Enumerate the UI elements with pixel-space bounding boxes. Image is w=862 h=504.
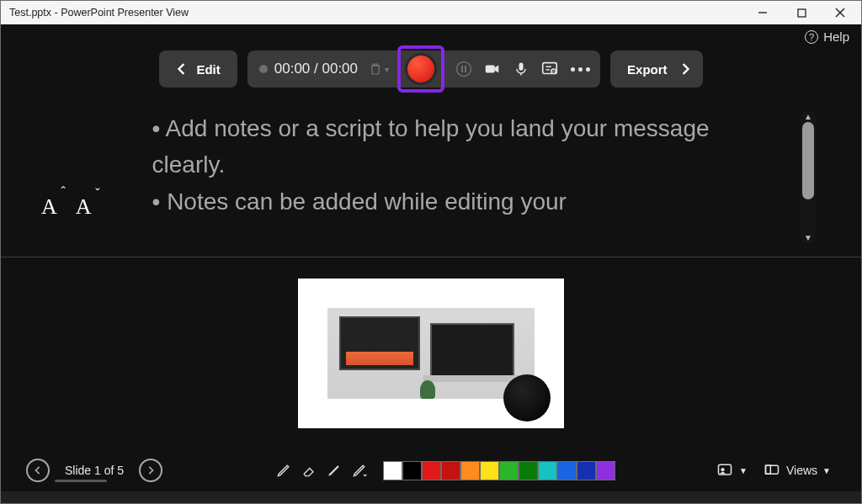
teleprompter-icon bbox=[540, 60, 559, 78]
current-slide-thumbnail[interactable] bbox=[298, 279, 564, 428]
more-options-button[interactable] bbox=[571, 67, 590, 72]
color-swatch[interactable] bbox=[383, 461, 402, 480]
color-swatch[interactable] bbox=[441, 461, 460, 480]
svg-rect-8 bbox=[519, 63, 524, 71]
export-label: Export bbox=[627, 62, 668, 77]
chevron-right-icon bbox=[679, 63, 691, 75]
pen-dropdown-icon[interactable] bbox=[351, 462, 368, 479]
color-swatch[interactable] bbox=[557, 461, 577, 480]
svg-rect-7 bbox=[486, 65, 495, 72]
close-button[interactable] bbox=[821, 1, 859, 24]
record-button-highlight bbox=[397, 45, 444, 93]
notes-line: • Add notes or a script to help you land… bbox=[152, 110, 782, 183]
microphone-icon bbox=[513, 61, 529, 77]
timer-display: 00:00 / 00:00 bbox=[259, 61, 358, 77]
chevron-left-icon bbox=[34, 466, 42, 475]
pause-button[interactable] bbox=[453, 58, 475, 80]
svg-rect-6 bbox=[465, 66, 466, 72]
app-body: ? Help Edit 00:00 / 00:00 ▾ bbox=[1, 24, 861, 503]
color-swatch[interactable] bbox=[519, 461, 538, 480]
help-button[interactable]: ? Help bbox=[805, 29, 849, 44]
slide-preview-area bbox=[1, 257, 861, 449]
slide-image bbox=[327, 308, 535, 399]
help-label: Help bbox=[823, 29, 849, 44]
svg-rect-17 bbox=[766, 465, 771, 474]
edit-button[interactable]: Edit bbox=[159, 50, 237, 88]
views-icon bbox=[763, 461, 781, 480]
window-title: Test.pptx - PowerPoint Presenter View bbox=[9, 7, 189, 19]
svg-rect-5 bbox=[461, 66, 463, 72]
teleprompter-button[interactable] bbox=[539, 58, 561, 80]
scroll-down-arrow: ▼ bbox=[804, 233, 812, 243]
dots-icon bbox=[571, 67, 575, 72]
app-window: Test.pptx - PowerPoint Presenter View ? … bbox=[0, 0, 862, 504]
camera-preview-circle[interactable] bbox=[503, 374, 551, 422]
chevron-down-icon: ▼ bbox=[739, 466, 748, 475]
decrease-font-button[interactable]: A bbox=[76, 194, 92, 220]
recording-toolbar: Edit 00:00 / 00:00 ▾ bbox=[1, 48, 861, 90]
camera-toggle[interactable] bbox=[482, 58, 503, 80]
highlighter-icon[interactable] bbox=[326, 462, 343, 479]
bottom-margin bbox=[1, 491, 861, 503]
notes-text[interactable]: • Add notes or a script to help you land… bbox=[102, 110, 790, 220]
color-swatch[interactable] bbox=[499, 461, 519, 480]
previous-slide-button[interactable] bbox=[26, 459, 50, 482]
bottom-toolbar: Slide 1 of 5 ▼ bbox=[1, 449, 861, 491]
slide-counter: Slide 1 of 5 bbox=[61, 464, 127, 477]
ink-tools bbox=[275, 461, 615, 480]
chevron-left-icon bbox=[176, 63, 188, 75]
microphone-toggle[interactable] bbox=[510, 58, 532, 80]
export-button[interactable]: Export bbox=[610, 50, 703, 88]
notes-line: • Notes can be added while editing your bbox=[152, 183, 782, 220]
scroll-up-arrow: ▲ bbox=[804, 112, 812, 122]
color-swatch[interactable] bbox=[402, 461, 422, 480]
next-slide-button[interactable] bbox=[139, 459, 162, 482]
camera-icon bbox=[483, 60, 502, 78]
svg-rect-1 bbox=[798, 9, 806, 17]
record-status-dot bbox=[259, 65, 268, 73]
svg-point-4 bbox=[457, 62, 471, 77]
timer-text: 00:00 / 00:00 bbox=[274, 61, 358, 77]
help-icon: ? bbox=[805, 30, 818, 44]
color-swatch[interactable] bbox=[577, 461, 596, 480]
cameo-menu[interactable]: ▼ bbox=[716, 461, 748, 480]
views-label: Views bbox=[786, 464, 817, 477]
pen-icon[interactable] bbox=[275, 462, 292, 479]
color-swatch[interactable] bbox=[422, 461, 441, 480]
maximize-button[interactable] bbox=[782, 1, 821, 24]
title-bar: Test.pptx - PowerPoint Presenter View bbox=[1, 1, 861, 24]
views-menu[interactable]: Views ▼ bbox=[763, 461, 831, 480]
chevron-down-icon: ▼ bbox=[822, 466, 831, 475]
chevron-down-icon: ▾ bbox=[385, 65, 389, 74]
view-controls: ▼ Views ▼ bbox=[716, 461, 831, 480]
minimize-button[interactable] bbox=[743, 1, 782, 24]
chevron-right-icon bbox=[146, 466, 155, 475]
cameo-icon bbox=[716, 461, 734, 480]
recording-controls: 00:00 / 00:00 ▾ bbox=[247, 50, 600, 88]
svg-point-15 bbox=[721, 468, 725, 471]
svg-rect-16 bbox=[766, 465, 779, 474]
scrollbar-thumb[interactable] bbox=[802, 122, 814, 199]
eraser-icon[interactable] bbox=[301, 462, 317, 479]
color-swatch[interactable] bbox=[596, 461, 615, 480]
trash-icon bbox=[368, 61, 383, 77]
color-swatch[interactable] bbox=[480, 461, 499, 480]
notes-scrollbar[interactable]: ▲ ▼ bbox=[801, 110, 816, 245]
window-controls bbox=[743, 1, 859, 24]
notes-pane: A A • Add notes or a script to help you … bbox=[1, 90, 861, 257]
delete-take-button[interactable]: ▾ bbox=[368, 61, 389, 77]
color-swatch[interactable] bbox=[538, 461, 557, 480]
color-swatches bbox=[383, 461, 615, 480]
font-size-controls: A A bbox=[41, 194, 92, 220]
record-button[interactable] bbox=[405, 53, 437, 85]
increase-font-button[interactable]: A bbox=[41, 194, 57, 220]
pause-icon bbox=[455, 61, 472, 77]
color-swatch[interactable] bbox=[460, 461, 480, 480]
edit-label: Edit bbox=[196, 62, 220, 77]
